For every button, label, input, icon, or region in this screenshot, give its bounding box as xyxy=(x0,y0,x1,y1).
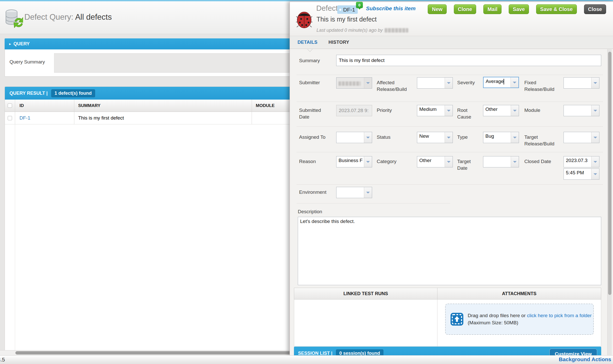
query-summary-input[interactable] xyxy=(54,53,290,73)
version-text: 3.5 xyxy=(0,357,5,363)
vertical-scrollbar-thumb[interactable] xyxy=(608,52,611,295)
dropdown-arrow-icon[interactable] xyxy=(364,156,372,167)
dropdown-arrow-icon[interactable] xyxy=(591,105,599,116)
vertical-scrollbar[interactable] xyxy=(607,49,612,356)
dropdown-arrow-icon[interactable] xyxy=(445,78,453,88)
row-summary: This is my first defect xyxy=(74,112,252,124)
dropdown-arrow-icon[interactable] xyxy=(591,169,599,179)
page-title-value: All defects xyxy=(75,13,112,22)
column-header-id[interactable]: ID xyxy=(15,100,74,112)
horizontal-scrollbar[interactable] xyxy=(0,350,290,355)
description-textarea[interactable]: Let's describe this defect. xyxy=(298,217,601,285)
closed-date-label: Closed Date xyxy=(524,158,561,165)
fixed-release-dropdown[interactable] xyxy=(564,77,599,89)
status-dropdown[interactable]: New xyxy=(417,132,453,143)
related-items-section: LINKED TEST RUNS ATTACHMENTS Drag and dr… xyxy=(294,288,601,347)
root-cause-dropdown[interactable]: Other xyxy=(483,105,519,116)
dropdown-arrow-icon xyxy=(364,78,372,88)
summary-input[interactable]: This is my first defect xyxy=(336,55,601,66)
page-title-prefix: Defect Query: xyxy=(24,13,73,22)
priority-dropdown[interactable]: Medium xyxy=(417,105,453,116)
subscribe-link[interactable]: Subscribe this item xyxy=(366,5,416,12)
dropdown-arrow-icon[interactable] xyxy=(511,132,519,143)
closed-date-dropdown[interactable]: 2023.07.3 xyxy=(564,156,599,167)
close-button[interactable]: Close xyxy=(584,4,606,14)
query-summary-label: Query Summary xyxy=(9,59,45,65)
horizontal-scrollbar-thumb[interactable] xyxy=(15,351,290,355)
save-and-close-button[interactable]: Save & Close xyxy=(536,4,577,14)
row-module xyxy=(252,112,290,124)
artifact-type-label: Defect xyxy=(316,4,338,13)
save-button[interactable]: Save xyxy=(509,4,529,14)
tab-details[interactable]: DETAILS xyxy=(298,40,318,45)
assigned-to-dropdown[interactable] xyxy=(336,132,372,143)
select-all-checkbox[interactable] xyxy=(8,103,12,108)
dropdown-arrow-icon[interactable] xyxy=(364,187,372,198)
upload-icon xyxy=(450,313,464,326)
submitted-date-input: 2023.07.28 9: xyxy=(336,105,372,116)
collapse-notch-icon[interactable] xyxy=(307,49,313,52)
defect-query-page: Defect Query: All defects ▸ QUERY Query … xyxy=(0,1,290,355)
mail-button[interactable]: Mail xyxy=(483,4,502,14)
linked-test-runs-body xyxy=(294,299,437,347)
text-cursor xyxy=(504,79,504,84)
last-updated-text: Last updated 0 minute(s) ago by xyxy=(316,28,408,33)
summary-label: Summary xyxy=(299,57,320,64)
page-header: Defect Query: All defects xyxy=(0,1,290,34)
expander-triangle-icon[interactable]: ▸ xyxy=(9,42,11,46)
description-label: Description xyxy=(298,208,322,215)
affected-release-dropdown[interactable] xyxy=(417,77,453,89)
session-list-header: SESSION LIST | 0 session(s) found Custom… xyxy=(294,347,601,356)
defect-id-link[interactable]: DF-1 xyxy=(19,115,30,121)
assigned-to-label: Assigned To xyxy=(299,134,332,141)
severity-dropdown[interactable]: Average xyxy=(483,77,519,88)
environment-dropdown[interactable] xyxy=(336,187,372,198)
row-checkbox[interactable] xyxy=(8,116,12,120)
dropdown-arrow-icon[interactable] xyxy=(445,132,453,143)
dropdown-arrow-icon[interactable] xyxy=(591,78,599,88)
type-dropdown[interactable]: Bug xyxy=(483,132,519,143)
column-header-summary[interactable]: SUMMARY xyxy=(74,100,252,112)
defect-header: Defect DF-1 0 Subscribe this item This i… xyxy=(290,2,613,36)
reason-label: Reason xyxy=(299,158,327,165)
reason-dropdown[interactable]: Business F xyxy=(336,156,372,167)
dropdown-arrow-icon[interactable] xyxy=(445,105,453,116)
query-section-body: Query Summary xyxy=(5,49,290,77)
drop-zone-text: Drag and drop files here or click here t… xyxy=(468,312,592,327)
closed-time-dropdown[interactable]: 5:45 PM xyxy=(564,168,599,180)
file-drop-zone[interactable]: Drag and drop files here or click here t… xyxy=(445,304,594,335)
module-dropdown[interactable] xyxy=(564,105,599,116)
query-section-label: QUERY xyxy=(14,41,30,47)
target-release-dropdown[interactable] xyxy=(564,132,599,143)
clone-button[interactable]: Clone xyxy=(454,4,476,14)
dropdown-arrow-icon[interactable] xyxy=(445,156,453,167)
affected-release-label: Affected Release/Build xyxy=(377,79,413,92)
dropdown-arrow-icon[interactable] xyxy=(364,132,372,143)
fixed-release-label: Fixed Release/Build xyxy=(524,79,561,92)
details-form: Summary This is my first defect Submitte… xyxy=(290,49,613,356)
new-button[interactable]: New xyxy=(428,4,446,14)
max-size-label: (Maximum Size: 50MB) xyxy=(468,320,518,325)
pick-from-folder-link[interactable]: click here to pick from a folder xyxy=(527,313,591,318)
dropdown-arrow-icon[interactable] xyxy=(591,132,599,143)
query-result-label: QUERY RESULT | xyxy=(9,91,48,96)
dropdown-arrow-icon[interactable] xyxy=(591,156,599,167)
comment-count-badge[interactable]: 0 xyxy=(356,2,363,8)
category-dropdown[interactable]: Other xyxy=(417,156,453,167)
table-row[interactable]: DF-1 This is my first defect xyxy=(5,112,290,124)
target-date-dropdown[interactable] xyxy=(483,156,519,167)
dropdown-arrow-icon[interactable] xyxy=(510,77,518,88)
submitted-date-label: Submitted Date xyxy=(299,107,327,120)
query-section-header[interactable]: ▸ QUERY xyxy=(5,38,290,49)
customize-view-button[interactable]: Customize View xyxy=(549,349,597,356)
attachments-panel: ATTACHMENTS Drag and drop files here or … xyxy=(437,288,601,347)
tab-history[interactable]: HISTORY xyxy=(329,40,349,45)
severity-label: Severity xyxy=(457,79,482,86)
linked-test-runs-header: LINKED TEST RUNS xyxy=(294,288,437,299)
defect-detail-panel: Defect DF-1 0 Subscribe this item This i… xyxy=(290,1,613,355)
column-header-module[interactable]: MODULE xyxy=(252,100,290,112)
background-actions-link[interactable]: Background Actions xyxy=(559,356,611,362)
dropdown-arrow-icon[interactable] xyxy=(511,156,519,167)
status-bar: 3.5 Background Actions xyxy=(0,355,613,364)
dropdown-arrow-icon[interactable] xyxy=(511,105,519,116)
